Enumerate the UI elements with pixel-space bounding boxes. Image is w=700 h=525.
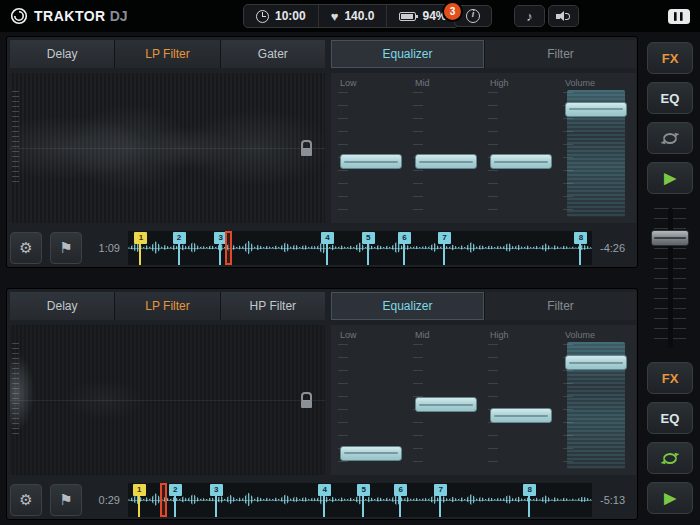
eq-low-label: Low — [340, 78, 357, 88]
deck-b-eq-panel: Low Mid High Volume — [331, 325, 636, 475]
tempo-value: 140.0 — [344, 9, 374, 23]
deck-a-cue-flag-button[interactable] — [50, 232, 82, 264]
tempo-display[interactable]: 140.0 — [319, 5, 388, 27]
deck-b-fx-button[interactable]: FX — [647, 362, 693, 394]
volume-button[interactable] — [548, 5, 579, 27]
deck-b-waveform[interactable] — [10, 325, 325, 475]
deck-b-fx-tab-delay[interactable]: Delay — [10, 292, 114, 320]
deck-a-waveform-texture — [10, 73, 325, 223]
speaker-icon — [556, 10, 571, 22]
deck-b-cue-flag-button[interactable] — [50, 484, 82, 516]
deck-b-cue-marker-2[interactable]: 2 — [169, 484, 182, 496]
deck-a-fx-tab-lp-filter[interactable]: LP Filter — [115, 40, 219, 68]
deck-b-cue-marker-7[interactable]: 7 — [434, 484, 447, 496]
deck-a-cue-marker-8[interactable]: 8 — [574, 232, 587, 244]
deck-b-eq-mid-slider[interactable] — [415, 397, 477, 412]
deck-a-fx-button[interactable]: FX — [647, 42, 693, 74]
deck-a-loop-button[interactable] — [647, 122, 693, 154]
deck-b-tab-filter[interactable]: Filter — [485, 292, 636, 320]
deck-a-waveform[interactable] — [10, 73, 325, 223]
deck-b-cue-marker-1[interactable]: 1 — [133, 484, 146, 496]
crossfader — [647, 202, 693, 354]
crossfader-handle[interactable] — [651, 230, 689, 246]
deck-b-cue-marker-3[interactable]: 3 — [210, 484, 223, 496]
deck-a-eq-volume: Volume — [562, 76, 630, 219]
ni-logo-icon — [668, 9, 690, 24]
gear-icon — [19, 491, 32, 509]
deck-b-cue-marker-5[interactable]: 5 — [357, 484, 370, 496]
deck-b-cue-marker-6[interactable]: 6 — [394, 484, 407, 496]
deck-b-eq-mid: Mid — [412, 328, 480, 471]
deck-b: Delay LP Filter HP Filter Equalizer Filt… — [6, 288, 638, 520]
deck-a-eq-mid-slider[interactable] — [415, 154, 477, 169]
deck-b-fx-tab-hp-filter[interactable]: HP Filter — [221, 292, 325, 320]
deck-b-eq-high-slider[interactable] — [490, 408, 552, 423]
deck-a-volume-slider[interactable] — [565, 102, 627, 117]
deck-b-volume-slider[interactable] — [565, 355, 627, 370]
deck-a-panel-tab-bar: Equalizer Filter — [331, 40, 636, 68]
deck-a-eq-button[interactable]: EQ — [647, 82, 693, 114]
clock-value: 10:00 — [275, 9, 306, 23]
deck-a-tab-equalizer[interactable]: Equalizer — [331, 40, 484, 68]
deck-b-eq-button[interactable]: EQ — [647, 402, 693, 434]
heartbeat-icon — [331, 10, 339, 23]
deck-a-cue-marker-6[interactable]: 6 — [398, 232, 411, 244]
deck-b-elapsed-time: 0:29 — [90, 494, 120, 506]
flag-icon — [59, 491, 72, 509]
deck-a-play-button[interactable] — [647, 162, 693, 194]
deck-b-eq-low: Low — [337, 328, 405, 471]
deck-b-footer: 0:29 1 2 3 4 5 6 7 8 -5:13 — [10, 482, 634, 517]
deck-a-settings-button[interactable] — [10, 232, 42, 264]
flag-icon — [59, 239, 72, 257]
deck-a-cue-marker-2[interactable]: 2 — [173, 232, 186, 244]
battery-value: 94% — [422, 9, 446, 23]
deck-a-eq-mid: Mid — [412, 76, 480, 219]
deck-b-scrub-strip[interactable]: 1 2 3 4 5 6 7 8 — [128, 483, 592, 517]
deck-a-tab-filter[interactable]: Filter — [485, 40, 636, 68]
deck-a-cue-marker-1[interactable]: 1 — [134, 232, 147, 244]
deck-b-eq-mid-track — [415, 344, 477, 468]
deck-a-eq-high-track — [490, 92, 552, 216]
deck-a-cue-marker-4[interactable]: 4 — [321, 232, 334, 244]
deck-a-eq-high-slider[interactable] — [490, 154, 552, 169]
deck-a-scrub-waveform — [128, 234, 592, 262]
deck-a-zoom-strip — [12, 91, 19, 186]
deck-b-eq-high: High — [487, 328, 555, 471]
deck-a-remaining-time: -4:26 — [600, 242, 634, 254]
eq-mid-label: Mid — [415, 78, 430, 88]
deck-a-fx-tab-delay[interactable]: Delay — [10, 40, 114, 68]
deck-b-eq-volume: Volume — [562, 328, 630, 471]
deck-a-cue-marker-7[interactable]: 7 — [438, 232, 451, 244]
browse-music-button[interactable] — [514, 5, 545, 27]
play-icon — [664, 169, 676, 187]
deck-b-cue-marker-4[interactable]: 4 — [318, 484, 331, 496]
status-pill: 10:00 140.0 94% — [243, 4, 459, 28]
ni-logo-button[interactable] — [663, 5, 695, 27]
deck-a-eq-low-slider[interactable] — [340, 154, 402, 169]
lock-icon — [301, 392, 312, 408]
deck-a-fx-tab-gater[interactable]: Gater — [221, 40, 325, 68]
deck-b-panel-tab-bar: Equalizer Filter — [331, 292, 636, 320]
deck-a-scrub-strip[interactable]: 1 2 3 4 5 6 7 8 — [128, 231, 592, 265]
deck-b-cue-marker-8[interactable]: 8 — [523, 484, 536, 496]
deck-a-cue-marker-5[interactable]: 5 — [362, 232, 375, 244]
app-logo: TRAKTOR DJ — [10, 0, 128, 32]
loop-icon — [660, 132, 680, 145]
deck-b-play-button[interactable] — [647, 482, 693, 514]
deck-b-settings-button[interactable] — [10, 484, 42, 516]
deck-b-eq-low-track — [340, 344, 402, 468]
deck-b-eq-low-slider[interactable] — [340, 446, 402, 461]
deck-a-eq-panel: Low Mid High Volume — [331, 73, 636, 223]
deck-b-remaining-time: -5:13 — [600, 494, 634, 506]
deck-b-tab-equalizer[interactable]: Equalizer — [331, 292, 484, 320]
play-icon — [664, 489, 676, 507]
app-title: TRAKTOR — [34, 8, 106, 24]
eq-low-label: Low — [340, 330, 357, 340]
eq-volume-label: Volume — [565, 78, 595, 88]
crossfader-track — [668, 208, 673, 348]
deck-b-fx-tab-lp-filter[interactable]: LP Filter — [115, 292, 219, 320]
deck-a: Delay LP Filter Gater Equalizer Filter L… — [6, 36, 638, 268]
deck-a-eq-low: Low — [337, 76, 405, 219]
deck-b-loop-button[interactable] — [647, 442, 693, 474]
loop-icon — [660, 452, 680, 465]
